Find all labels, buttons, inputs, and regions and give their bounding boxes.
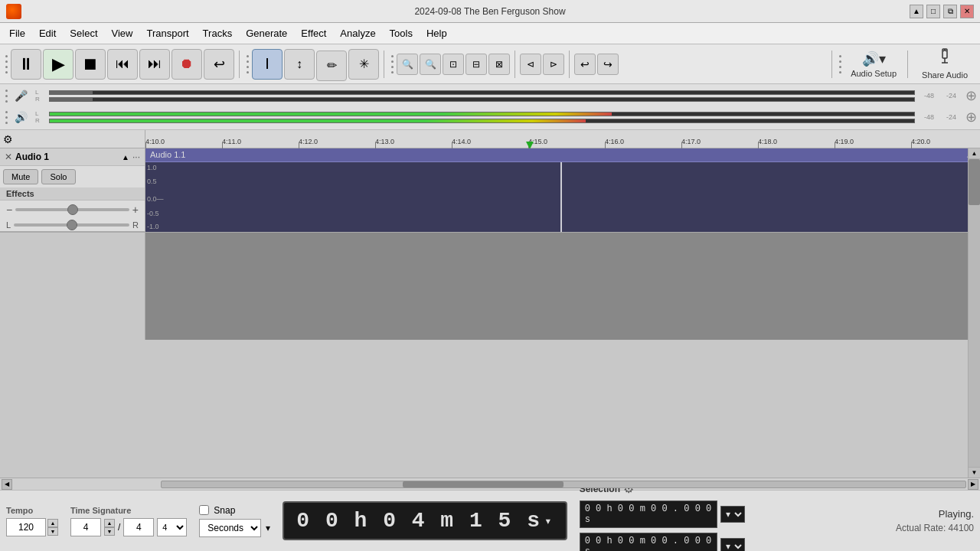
pan-slider-track[interactable]: [14, 223, 129, 227]
timecode-dropdown-icon[interactable]: ▾: [544, 514, 554, 529]
tempo-down-button[interactable]: ▼: [47, 527, 58, 536]
ruler-tick-7: [681, 142, 682, 148]
snap-unit-select[interactable]: Seconds Beats Bars: [199, 519, 261, 537]
snap-checkbox[interactable]: [199, 505, 209, 515]
waveform-clip: Audio 1.1 ··· 1.0 0.5 0.0— -0.5 -1.0: [145, 148, 980, 232]
menu-transport[interactable]: Transport: [140, 25, 194, 41]
tempo-label: Tempo: [6, 506, 58, 515]
zoom-in-button[interactable]: 🔍: [397, 54, 418, 75]
empty-panel-side: [0, 233, 145, 340]
skip-forward-button[interactable]: ⏭: [139, 49, 170, 80]
gain-plus-icon[interactable]: +: [132, 204, 139, 216]
menu-tracks[interactable]: Tracks: [197, 25, 239, 41]
menu-edit[interactable]: Edit: [33, 25, 62, 41]
svg-rect-3: [561, 162, 980, 232]
tempo-input[interactable]: [6, 518, 46, 536]
tempo-group: Tempo ▲ ▼: [6, 506, 58, 536]
menu-select[interactable]: Select: [64, 25, 103, 41]
titlebar-minimize[interactable]: ▲: [910, 5, 923, 18]
vscroll-up-arrow[interactable]: ▲: [969, 148, 980, 159]
gain-slider-track[interactable]: [15, 208, 129, 211]
waveform-canvas[interactable]: 1.0 0.5 0.0— -0.5 -1.0: [145, 162, 980, 232]
menu-file[interactable]: File: [3, 25, 31, 41]
menu-view[interactable]: View: [106, 25, 139, 41]
hscroll-track[interactable]: [161, 481, 966, 488]
menu-analyze[interactable]: Analyze: [334, 25, 381, 41]
time-sig-num-down[interactable]: ▼: [104, 527, 115, 536]
record-button[interactable]: ⏺: [172, 49, 202, 80]
playhead-marker: [526, 142, 534, 148]
menu-effect[interactable]: Effect: [295, 25, 332, 41]
vertical-scrollbar[interactable]: ▲ ▼: [968, 148, 980, 478]
stop-button[interactable]: ⏹: [75, 49, 106, 80]
hscroll-right-arrow[interactable]: ▶: [968, 479, 978, 490]
snap-row: Snap: [199, 505, 270, 516]
clip-trim-button[interactable]: ⊲: [520, 54, 541, 75]
hscroll-thumb[interactable]: [403, 481, 564, 487]
zoom-out-button[interactable]: 🔍: [420, 54, 441, 75]
envelope-tool-button[interactable]: ↕: [284, 49, 315, 80]
time-sig-label: Time Signature: [70, 506, 187, 515]
play-button[interactable]: ▶: [43, 49, 74, 80]
pause-button[interactable]: ⏸: [11, 49, 41, 80]
tempo-up-button[interactable]: ▲: [47, 519, 58, 527]
time-sig-den-select[interactable]: 4 8 16: [157, 518, 187, 536]
skip-back-button[interactable]: ⏮: [107, 49, 138, 80]
waveform-area-audio1[interactable]: Audio 1.1 ··· 1.0 0.5 0.0— -0.5 -1.0: [145, 148, 980, 232]
gain-minus-icon[interactable]: −: [6, 204, 12, 216]
settings-gear-icon[interactable]: ⚙: [3, 133, 13, 145]
ruler-mark-10: 4:20.0: [911, 138, 930, 145]
pan-slider-thumb[interactable]: [67, 220, 77, 230]
selection-start-dropdown[interactable]: ▾: [720, 506, 745, 523]
clip-trim2-button[interactable]: ⊳: [543, 54, 564, 75]
track-close-button[interactable]: ✕: [5, 152, 12, 162]
zoom-fit-button[interactable]: ⊡: [443, 54, 464, 75]
toolbar: ⏸ ▶ ⏹ ⏮ ⏭ ⏺ ↩ I ↕ ✏ ✳ 🔍 🔍 ⊡ ⊟: [0, 44, 980, 84]
redo-button[interactable]: ↪: [597, 54, 619, 75]
playing-label: Playing.: [939, 508, 974, 520]
loop-button[interactable]: ↩: [204, 49, 234, 80]
track-menu-button[interactable]: ···: [132, 152, 140, 162]
track-name-label: Audio 1: [15, 152, 119, 162]
zoom-tools: 🔍 🔍 ⊡ ⊟ ⊠: [397, 54, 510, 75]
track-and-ruler: ⚙ 4:10.0 4:11.0 4:12.0 4:13.0 4:14.0 4:1…: [0, 130, 980, 490]
multi-tool-button[interactable]: ✳: [348, 49, 379, 80]
track-content: ⚙ 4:10.0 4:11.0 4:12.0 4:13.0 4:14.0 4:1…: [0, 130, 980, 490]
snap-dropdown-icon: ▾: [266, 523, 270, 533]
ruler-mark-3: 4:13.0: [375, 138, 394, 145]
time-sig-slash: /: [118, 522, 120, 533]
time-sig-num-up[interactable]: ▲: [104, 519, 115, 527]
vscroll-thumb[interactable]: [969, 159, 980, 205]
share-audio-button[interactable]: Share Audio: [913, 47, 977, 81]
selection-end-dropdown[interactable]: ▾: [720, 538, 745, 551]
ruler-tick-0: [145, 142, 146, 148]
titlebar-restore[interactable]: ⧉: [943, 5, 957, 18]
ruler-tick-8: [758, 142, 759, 148]
select-tool-button[interactable]: I: [252, 49, 283, 80]
statusbar: Tempo ▲ ▼ Time Signature ▲ ▼ /: [0, 490, 980, 551]
undo-button[interactable]: ↩: [574, 54, 596, 75]
snap-unit-row: Seconds Beats Bars ▾: [199, 519, 270, 537]
selection-end-display: 0 0 h 0 0 m 0 0 . 0 0 0 s: [580, 533, 717, 551]
mute-button[interactable]: Mute: [3, 169, 38, 184]
vscroll-down-arrow[interactable]: ▼: [969, 467, 980, 478]
time-sig-num-input[interactable]: [70, 518, 101, 536]
audio-setup-button[interactable]: 🔊▾ Audio Setup: [844, 47, 903, 81]
menu-generate[interactable]: Generate: [240, 25, 293, 41]
titlebar-close[interactable]: ✕: [960, 5, 974, 18]
vscroll-track[interactable]: [969, 159, 980, 467]
titlebar-maximize[interactable]: □: [926, 5, 940, 18]
zoom-sel-button[interactable]: ⊟: [466, 54, 487, 75]
zoom-out2-button[interactable]: ⊠: [488, 54, 510, 75]
pencil-tool-button[interactable]: ✏: [316, 51, 347, 81]
hscroll-left-arrow[interactable]: ◀: [2, 479, 12, 490]
menu-tools[interactable]: Tools: [384, 25, 419, 41]
meter-drag-2: [3, 103, 9, 131]
track-collapse-button[interactable]: ▲: [122, 153, 129, 161]
menu-help[interactable]: Help: [420, 25, 453, 41]
horizontal-scrollbar[interactable]: ◀ ▶: [0, 478, 980, 490]
ruler-tick-9: [835, 142, 835, 148]
solo-button[interactable]: Solo: [41, 169, 75, 184]
time-sig-den-input[interactable]: [123, 518, 154, 536]
gain-slider-thumb[interactable]: [67, 204, 78, 215]
